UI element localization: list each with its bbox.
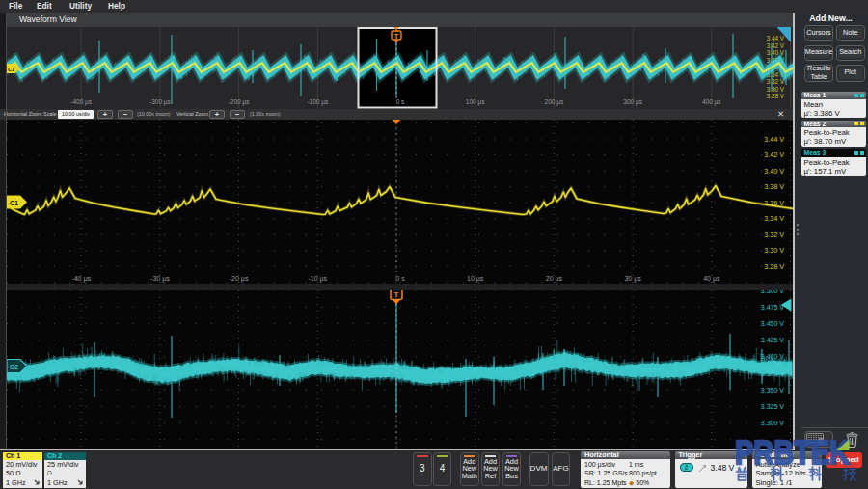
svg-text:0 s: 0 s	[395, 275, 405, 282]
svg-text:-300 µs: -300 µs	[149, 98, 172, 106]
svg-text:100 µs: 100 µs	[466, 98, 485, 106]
svg-text:300 µs: 300 µs	[623, 98, 642, 106]
svg-text:3.32 V: 3.32 V	[764, 231, 784, 239]
svg-text:C1: C1	[10, 200, 18, 206]
svg-text:3.30 V: 3.30 V	[764, 246, 784, 255]
svg-text:-200 µs: -200 µs	[229, 98, 251, 106]
svg-text:400 µs: 400 µs	[702, 98, 721, 106]
svg-text:3.500 V: 3.500 V	[761, 290, 784, 294]
svg-text:-400 µs: -400 µs	[70, 98, 93, 106]
svg-text:3.40 V: 3.40 V	[764, 167, 784, 176]
svg-text:3.30 V: 3.30 V	[767, 86, 785, 93]
svg-text:10 µs: 10 µs	[467, 275, 484, 283]
svg-text:3.325 V: 3.325 V	[761, 403, 784, 410]
svg-text:T: T	[394, 290, 399, 299]
svg-text:3.34 V: 3.34 V	[764, 214, 784, 223]
svg-text:3.450 V: 3.450 V	[761, 320, 784, 327]
svg-text:3.425 V: 3.425 V	[761, 337, 784, 343]
svg-text:0 s: 0 s	[396, 98, 404, 105]
svg-text:3.350 V: 3.350 V	[761, 387, 784, 394]
svg-text:-20 µs: -20 µs	[230, 275, 249, 283]
svg-text:40 µs: 40 µs	[703, 275, 720, 283]
svg-text:200 µs: 200 µs	[545, 98, 564, 106]
svg-text:-40 µs: -40 µs	[71, 275, 91, 283]
svg-text:3.28 V: 3.28 V	[764, 262, 784, 271]
svg-text:3.42 V: 3.42 V	[767, 42, 785, 49]
svg-text:-30 µs: -30 µs	[150, 275, 170, 283]
svg-text:30 µs: 30 µs	[624, 275, 641, 283]
svg-text:3.475 V: 3.475 V	[761, 304, 784, 311]
svg-text:3.28 V: 3.28 V	[767, 93, 785, 99]
svg-text:C2: C2	[10, 364, 18, 370]
svg-text:-10 µs: -10 µs	[308, 275, 327, 283]
svg-text:3.44 V: 3.44 V	[767, 35, 785, 41]
svg-text:3.44 V: 3.44 V	[764, 135, 784, 144]
svg-text:3.300 V: 3.300 V	[761, 420, 784, 426]
svg-text:T: T	[394, 32, 399, 41]
svg-text:-100 µs: -100 µs	[307, 98, 329, 106]
svg-text:3.38 V: 3.38 V	[764, 182, 784, 191]
svg-text:3.42 V: 3.42 V	[764, 150, 784, 159]
svg-text:C1: C1	[8, 67, 14, 72]
svg-text:20 µs: 20 µs	[546, 275, 563, 283]
